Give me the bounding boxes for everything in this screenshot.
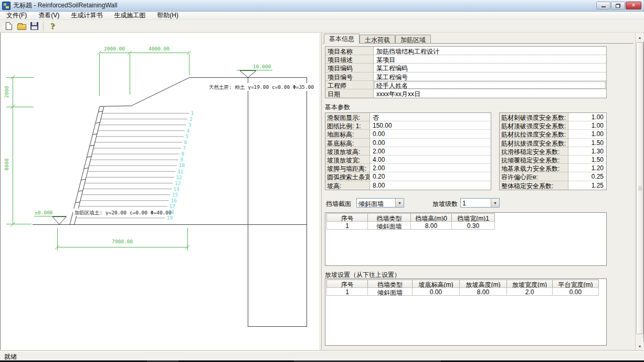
table-cell[interactable]: 2.0 [506, 287, 553, 296]
elevation-triangle-crest [240, 71, 256, 78]
svg-text:18: 18 [168, 209, 174, 215]
chevron-down-icon[interactable]: ▼ [491, 199, 499, 207]
close-button[interactable]: ✕ [626, 2, 641, 9]
param-field[interactable]: 1.00 [568, 130, 606, 138]
tab-reinforcement-zone[interactable]: 加筋区域 [395, 35, 431, 44]
table-cell[interactable]: 8.00 [410, 221, 452, 230]
title-bar: 无标题 - ReinforcedSoilRetainingWall ✕ [0, 0, 644, 12]
menu-generate-report[interactable]: 生成计算书 [67, 11, 107, 20]
table-row: 坡脚与墙距离:2.00 [325, 164, 491, 172]
basic-params-title: 基本参数 [325, 103, 350, 112]
field-label: 项目编码 [325, 64, 374, 72]
scroll-up-arrow-icon[interactable]: ▲ [636, 33, 644, 42]
wall-section-select[interactable]: 倾斜面墙 ▼ [356, 198, 404, 208]
table-cell[interactable]: 0.00 [552, 287, 599, 296]
dim-bottom: 7900.00 [112, 239, 133, 244]
param-field[interactable]: 1.50 [568, 156, 606, 164]
param-field[interactable]: 1.25 [568, 181, 606, 190]
table-row: 基底标高:0.00 [325, 139, 491, 147]
table-row: 项目编号某工程编号 [325, 73, 606, 81]
restore-button[interactable] [611, 2, 625, 9]
table-cell[interactable]: 倾斜面墙 [367, 221, 411, 230]
param-field[interactable]: 2.00 [370, 147, 491, 156]
svg-text:3: 3 [188, 122, 191, 128]
chevron-down-icon[interactable]: ▼ [395, 199, 404, 207]
param-field[interactable]: 1.00 [568, 113, 606, 121]
table-row: 地面标高:0.00 [325, 130, 491, 138]
field-label: 筋材刺破强度安全系数: [500, 113, 568, 121]
save-button[interactable] [28, 20, 40, 32]
properties-panel: 基本信息 土水荷载 加筋区域 项目名称加筋挡墙结构工程设计 项目描述某项目 项目… [322, 33, 636, 351]
open-button[interactable] [15, 20, 28, 32]
scroll-down-arrow-icon[interactable]: ▼ [636, 342, 644, 350]
param-field[interactable]: 否 [370, 113, 491, 121]
param-field[interactable]: 150.00 [370, 121, 491, 130]
param-field[interactable]: 1.50 [568, 139, 606, 147]
field-label: 项目描述 [325, 55, 374, 64]
param-field[interactable]: 8.00 [370, 181, 491, 190]
main-client-area: 2000.00 4000.00 2000 8000 7900.00 [0, 33, 644, 351]
table-cell[interactable]: 倾斜面墙 [367, 287, 413, 296]
menu-bar: 文件(F) 查看(V) 生成计算书 生成施工图 帮助(H) [0, 12, 644, 20]
help-button[interactable]: ? [46, 20, 59, 32]
panel-tabs: 基本信息 土水荷载 加筋区域 [324, 34, 431, 44]
project-name-field[interactable]: 加筋挡墙结构工程设计 [374, 47, 606, 55]
param-field[interactable]: 0.25 [568, 172, 606, 181]
menu-view[interactable]: 查看(V) [34, 11, 64, 20]
column-header: 平台宽度(m) [552, 280, 599, 288]
slope-levels-select[interactable]: 1 ▼ [460, 198, 500, 208]
restore-icon [616, 4, 620, 8]
table-cell[interactable]: 0.00 [412, 287, 460, 296]
field-label: 坡顶放坡宽: [325, 156, 370, 164]
table-cell[interactable]: 8.00 [459, 287, 507, 296]
help-icon: ? [50, 22, 55, 31]
tab-basic-info[interactable]: 基本信息 [324, 34, 360, 44]
wall-section-label: 挡墙截面 [326, 200, 351, 209]
table-cell[interactable]: 0.30 [451, 221, 495, 230]
slope-settings-table: 序号 挡墙类型 坡底标高(m) 放坡高度(m) 放坡宽度(m) 平台宽度(m) … [325, 278, 607, 346]
param-field[interactable]: 2.00 [370, 164, 491, 172]
minimize-button[interactable] [596, 2, 610, 9]
project-number-field[interactable]: 某工程编号 [374, 73, 606, 81]
new-button[interactable] [3, 20, 15, 32]
date-field[interactable]: xxxx年xx月xx日 [374, 89, 606, 98]
menu-generate-construction-drawing[interactable]: 生成施工图 [110, 11, 150, 20]
param-field[interactable]: 0.20 [370, 172, 491, 181]
project-code-field[interactable]: 某工程编码 [374, 64, 606, 72]
param-field[interactable]: 1.00 [568, 121, 606, 130]
wall-section-row: 挡墙截面 倾斜面墙 ▼ 放坡级数 1 ▼ [325, 198, 607, 208]
vertical-scrollbar[interactable]: ▲ ▼ [635, 33, 643, 350]
scrollbar-thumb[interactable] [636, 42, 643, 334]
svg-text:2: 2 [189, 116, 193, 122]
table-cell[interactable]: 1 [326, 287, 368, 296]
menu-file[interactable]: 文件(F) [2, 11, 31, 20]
table-row: 项目描述某项目 [325, 55, 606, 64]
wall-table: 序号 挡墙类型 挡墙高(m)0 挡墙宽(m)1 1 倾斜面墙 8.00 0.30 [325, 212, 607, 266]
param-field[interactable]: 0.00 [370, 139, 491, 147]
slope-levels-label: 放坡级数 [432, 200, 458, 209]
drawing-canvas: 2000.00 4000.00 2000 8000 7900.00 [1, 33, 319, 350]
param-field[interactable]: 1.30 [568, 147, 606, 156]
basic-params-left-table: 滑裂面显示:否 图纸比例: 1:150.00 地面标高:0.00 基底标高:0.… [325, 112, 491, 190]
menu-help[interactable]: 帮助(H) [153, 11, 183, 20]
elevation-crest-label: 10.000 [253, 64, 271, 69]
engineer-field[interactable]: 经手人姓名 [374, 81, 606, 89]
param-field[interactable]: 4.00 [370, 156, 491, 164]
field-label: 工程师 [325, 81, 374, 89]
svg-text:5: 5 [185, 133, 188, 139]
column-header: 坡底标高(m) [412, 280, 460, 288]
column-header: 挡墙宽(m)1 [451, 213, 495, 222]
svg-text:4: 4 [187, 128, 190, 133]
project-description-field[interactable]: 某项目 [374, 55, 606, 64]
field-label: 图纸比例: 1: [325, 121, 370, 130]
tab-soil-water-load[interactable]: 土水荷载 [360, 35, 395, 44]
svg-text:17: 17 [170, 203, 175, 209]
table-cell[interactable]: 1 [326, 221, 368, 230]
svg-text:10: 10 [179, 162, 185, 168]
svg-text:16: 16 [171, 198, 177, 203]
status-bar: 就绪 [0, 351, 644, 360]
wall-facing-joints [73, 111, 103, 214]
param-field[interactable]: 1.20 [568, 164, 606, 172]
param-field[interactable]: 0.00 [370, 130, 491, 138]
field-label: 地面标高: [325, 130, 370, 138]
